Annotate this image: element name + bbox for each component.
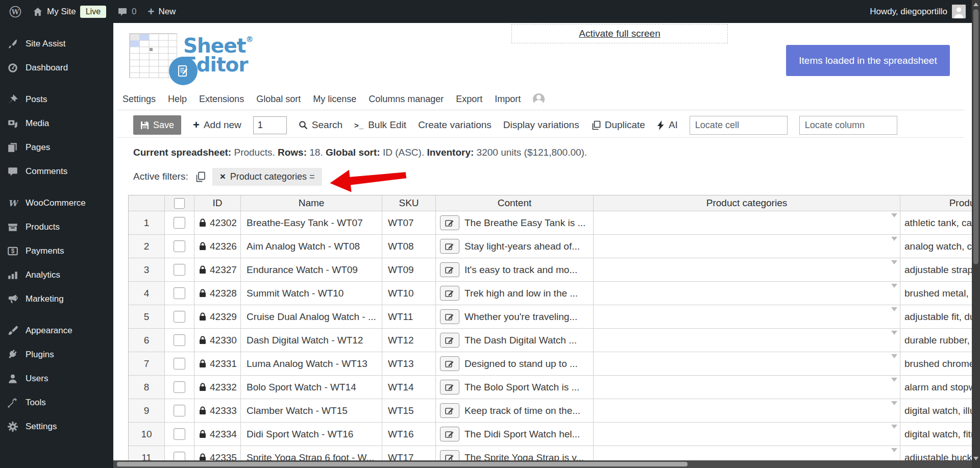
duplicate-button[interactable]: Duplicate [591, 119, 645, 131]
content-cell[interactable]: The Bolo Sport Watch is ... [436, 376, 594, 399]
content-cell[interactable]: Designed to stand up to ... [436, 352, 594, 375]
name-cell[interactable]: Dash Digital Watch - WT12 [241, 329, 382, 352]
column-header-product-tags[interactable]: Product tags [900, 195, 972, 211]
tab-help[interactable]: Help [168, 94, 187, 105]
sku-cell[interactable]: WT07 [382, 211, 436, 234]
sidebar-item-tools[interactable]: Tools [0, 390, 113, 414]
name-cell[interactable]: Didi Sport Watch - WT16 [241, 423, 382, 446]
row-checkbox[interactable] [174, 217, 185, 229]
horizontal-scrollbar-thumb[interactable] [117, 462, 688, 466]
row-checkbox-cell[interactable] [165, 282, 194, 305]
product-tags-cell[interactable]: adjustable strap, c [900, 258, 972, 281]
product-categories-cell[interactable] [594, 282, 900, 305]
product-tags-cell[interactable]: brushed metal, ru [900, 282, 972, 305]
site-menu[interactable]: My Site Live [30, 0, 109, 23]
row-checkbox-cell[interactable] [165, 423, 194, 446]
display-variations-button[interactable]: Display variations [503, 119, 579, 131]
sidebar-item-marketing[interactable]: Marketing [0, 287, 113, 311]
sku-cell[interactable]: WT11 [382, 305, 436, 328]
product-tags-cell[interactable]: digital watch, illu [900, 399, 972, 422]
locate-column-input[interactable] [799, 116, 897, 135]
product-categories-cell[interactable] [594, 399, 900, 422]
name-cell[interactable]: Bolo Sport Watch - WT14 [241, 376, 382, 399]
edit-content-button[interactable] [440, 380, 459, 395]
edit-content-button[interactable] [440, 215, 459, 230]
tab-settings[interactable]: Settings [122, 94, 156, 105]
row-checkbox-cell[interactable] [165, 376, 194, 399]
sidebar-item-settings[interactable]: Settings [0, 414, 113, 438]
vertical-scrollbar[interactable] [972, 0, 980, 468]
edit-content-button[interactable] [440, 286, 459, 301]
edit-content-button[interactable] [440, 403, 459, 418]
sidebar-item-payments[interactable]: $ Payments [0, 239, 113, 263]
remove-filter-icon[interactable]: × [220, 171, 226, 182]
product-tags-cell[interactable]: athletic tank, casu [900, 211, 972, 234]
autocomplete-arrow-icon[interactable] [891, 425, 897, 429]
content-cell[interactable]: It's easy to track and mo... [436, 258, 594, 281]
comments-menu[interactable]: 0 [114, 0, 139, 23]
sku-cell[interactable]: WT13 [382, 352, 436, 375]
product-tags-cell[interactable]: analog watch, cla [900, 235, 972, 258]
row-checkbox-cell[interactable] [165, 329, 194, 352]
ai-button[interactable]: AI [657, 119, 678, 131]
sku-cell[interactable]: WT14 [382, 376, 436, 399]
name-cell[interactable]: Breathe-Easy Tank - WT07 [241, 211, 382, 234]
product-categories-cell[interactable] [594, 211, 900, 234]
bulk-edit-button[interactable]: >_ Bulk Edit [354, 119, 406, 131]
activate-fullscreen-link[interactable]: Activate full screen [579, 28, 660, 39]
product-tags-cell[interactable]: adjustable buckle [900, 446, 972, 460]
column-header-content[interactable]: Content [436, 195, 594, 211]
tab-global-sort[interactable]: Global sort [256, 94, 301, 105]
scroll-down-arrow-icon[interactable] [973, 457, 978, 460]
autocomplete-arrow-icon[interactable] [891, 401, 897, 405]
autocomplete-arrow-icon[interactable] [891, 378, 897, 382]
content-cell[interactable]: The Didi Sport Watch hel... [436, 423, 594, 446]
row-checkbox[interactable] [174, 381, 185, 393]
product-categories-cell[interactable] [594, 305, 900, 328]
select-all-checkbox[interactable] [174, 198, 185, 209]
product-categories-cell[interactable] [594, 329, 900, 352]
new-menu[interactable]: + New [145, 0, 179, 23]
sidebar-item-site-assist[interactable]: Site Assist [0, 32, 113, 56]
name-cell[interactable]: Sprite Yoga Strap 6 foot - W... [241, 446, 382, 460]
column-header-id[interactable]: ID [194, 195, 241, 211]
copy-filters-icon[interactable] [194, 171, 206, 183]
row-checkbox[interactable] [174, 311, 185, 323]
column-header-name[interactable]: Name [241, 195, 382, 211]
content-cell[interactable]: The Dash Digital Watch ... [436, 329, 594, 352]
name-cell[interactable]: Summit Watch - WT10 [241, 282, 382, 305]
sidebar-item-media[interactable]: Media [0, 111, 113, 135]
row-checkbox[interactable] [174, 428, 185, 440]
autocomplete-arrow-icon[interactable] [891, 260, 897, 264]
row-checkbox[interactable] [174, 358, 185, 370]
sidebar-item-plugins[interactable]: Plugins [0, 342, 113, 366]
autocomplete-arrow-icon[interactable] [891, 237, 897, 241]
autocomplete-arrow-icon[interactable] [891, 354, 897, 358]
sidebar-item-analytics[interactable]: Analytics [0, 263, 113, 287]
edit-content-button[interactable] [440, 333, 459, 348]
column-header-sku[interactable]: SKU [382, 195, 436, 211]
edit-content-button[interactable] [440, 356, 459, 371]
row-checkbox[interactable] [174, 334, 185, 346]
sidebar-item-users[interactable]: Users [0, 366, 113, 390]
name-cell[interactable]: Endurance Watch - WT09 [241, 258, 382, 281]
column-header-product-categories[interactable]: Product categories [594, 195, 900, 211]
row-checkbox[interactable] [174, 287, 185, 299]
edit-content-button[interactable] [440, 450, 459, 460]
row-checkbox-cell[interactable] [165, 446, 194, 460]
product-tags-cell[interactable]: durable rubber, li [900, 329, 972, 352]
save-button[interactable]: Save [133, 115, 181, 135]
row-checkbox-cell[interactable] [165, 235, 194, 258]
sku-cell[interactable]: WT17 [382, 446, 436, 460]
gravatar-icon[interactable] [533, 93, 545, 105]
tab-extensions[interactable]: Extensions [199, 94, 244, 105]
edit-content-button[interactable] [440, 427, 459, 441]
product-tags-cell[interactable]: alarm and stopwa [900, 376, 972, 399]
edit-content-button[interactable] [440, 309, 459, 324]
sku-cell[interactable]: WT09 [382, 258, 436, 281]
row-checkbox[interactable] [174, 452, 185, 460]
sku-cell[interactable]: WT15 [382, 399, 436, 422]
name-cell[interactable]: Cruise Dual Analog Watch - ... [241, 305, 382, 328]
sidebar-item-posts[interactable]: Posts [0, 87, 113, 111]
row-checkbox-cell[interactable] [165, 352, 194, 375]
